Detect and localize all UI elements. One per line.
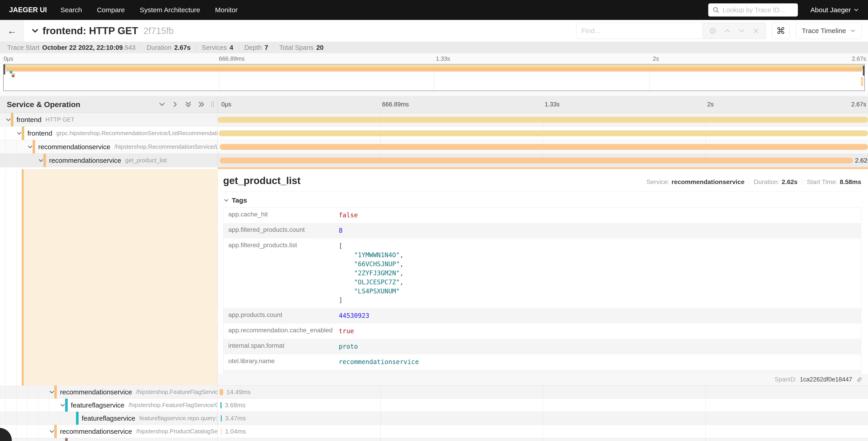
span-duration-bar[interactable] xyxy=(219,130,868,136)
expand-one-icon[interactable] xyxy=(172,101,179,108)
row-collapse-chevron[interactable] xyxy=(5,117,11,123)
expand-all-icon[interactable] xyxy=(198,101,205,108)
minimap-ticks: 0μs666.89ms1.33s2s2.67s xyxy=(0,53,868,64)
row-collapse-chevron[interactable] xyxy=(16,130,22,136)
minimap-canvas[interactable] xyxy=(3,64,865,91)
trace-view-select[interactable]: Trace Timeline xyxy=(796,23,862,39)
trace-id-lookup[interactable] xyxy=(708,3,798,17)
span-name-cell[interactable]: frontendHTTP GET xyxy=(0,113,218,126)
span-name-cell[interactable]: featureflagservice/hipstershop.FeatureFl… xyxy=(0,399,218,412)
indent-guide xyxy=(16,412,17,425)
deep-link-icon[interactable] xyxy=(855,376,862,383)
time-tick: 2s xyxy=(653,55,659,62)
span-duration-bar[interactable] xyxy=(220,157,853,164)
span-duration-bar[interactable] xyxy=(220,144,868,150)
row-collapse-chevron[interactable] xyxy=(60,402,66,408)
tags-section-header[interactable]: Tags xyxy=(223,197,861,204)
chevron-down-icon xyxy=(854,7,859,13)
indent-guide xyxy=(60,412,60,425)
find-clear-icon[interactable] xyxy=(752,27,760,34)
span-name-cell[interactable]: recommendationservice/hipstershop.Produc… xyxy=(0,425,218,438)
span-detail-meta: Service:recommendationserviceDuration:2.… xyxy=(647,178,861,186)
trace-collapse-chevron[interactable] xyxy=(31,27,39,35)
find-input[interactable] xyxy=(576,23,703,39)
tag-row-app.cache_hit: app.cache_hitfalse xyxy=(223,208,861,223)
span-duration-bar[interactable] xyxy=(221,428,222,435)
find-next-icon[interactable] xyxy=(738,27,746,35)
time-tick: 2s xyxy=(707,101,714,108)
trace-view-label: Trace Timeline xyxy=(802,27,846,35)
span-bar-cell[interactable]: 14.49ms xyxy=(218,385,868,399)
indent-guide xyxy=(16,140,17,153)
span-duration-bar[interactable] xyxy=(220,402,221,408)
row-collapse-chevron[interactable] xyxy=(27,144,33,150)
indent-guide xyxy=(16,154,17,167)
minimap-right-scrubber[interactable] xyxy=(863,66,864,76)
nav-item-search[interactable]: Search xyxy=(60,6,82,14)
service-color-bar xyxy=(65,438,68,441)
focus-target-icon[interactable] xyxy=(709,27,717,35)
span-row-bottom-4[interactable]: recommendationservice/hipstershop.Produc… xyxy=(0,425,868,438)
collapse-all-icon[interactable] xyxy=(185,101,192,108)
tag-value: true xyxy=(337,324,356,339)
span-name-cell[interactable]: featureflagservicefeatureflagservice.rep… xyxy=(0,412,218,425)
span-duration-label: 1.04ms xyxy=(225,428,246,435)
service-name: featureflagservice xyxy=(82,414,135,422)
row-collapse-chevron[interactable] xyxy=(38,157,44,164)
collapse-one-icon[interactable] xyxy=(158,101,166,108)
span-row-partial[interactable] xyxy=(0,438,868,441)
span-name-cell[interactable]: frontendgrpc.hipstershop.RecommendationS… xyxy=(0,126,218,140)
span-duration-bar[interactable] xyxy=(221,415,222,421)
app-brand[interactable]: JAEGER UI xyxy=(9,6,47,14)
column-resizer[interactable] xyxy=(211,101,214,107)
span-duration-bar[interactable] xyxy=(218,117,868,123)
trace-id-short: 2f715fb xyxy=(144,26,174,36)
find-prev-icon[interactable] xyxy=(723,27,731,35)
trace-id-lookup-input[interactable] xyxy=(723,6,794,14)
span-duration-bar[interactable] xyxy=(220,389,223,395)
tag-value: 8 xyxy=(337,223,345,238)
tag-key: otel.library.name xyxy=(223,354,337,370)
minimap-left-scrubber[interactable] xyxy=(4,64,5,75)
span-name-cell[interactable]: recommendationservice/hipstershop.Recomm… xyxy=(0,140,218,153)
span-bar-cell[interactable] xyxy=(218,113,868,126)
span-bar-cell[interactable] xyxy=(218,126,868,140)
operation-name: /hipstershop.RecommendationService/Lis… xyxy=(114,143,218,150)
nav-item-compare[interactable]: Compare xyxy=(97,6,125,14)
span-name-cell[interactable]: recommendationserviceget_product_list xyxy=(0,154,218,167)
chevron-down-icon xyxy=(223,198,229,203)
time-tick: 0μs xyxy=(221,101,231,108)
nav-item-system-architecture[interactable]: System Architecture xyxy=(140,6,200,14)
span-bar-cell[interactable]: 3.68ms xyxy=(218,399,868,412)
span-bar-cell[interactable]: 1.04ms xyxy=(218,425,868,438)
span-row-bottom-1[interactable]: recommendationservice/hipstershop.Featur… xyxy=(0,385,868,399)
span-name-cell[interactable]: recommendationservice/hipstershop.Featur… xyxy=(0,385,218,399)
minimap-span xyxy=(861,81,864,82)
back-button[interactable]: ← xyxy=(0,20,24,42)
tag-row-app.products.count: app.products.count44530923 xyxy=(223,308,861,324)
indent-guide xyxy=(5,154,6,167)
nav-item-monitor[interactable]: Monitor xyxy=(215,6,238,14)
span-row-top-2[interactable]: frontendgrpc.hipstershop.RecommendationS… xyxy=(0,126,868,140)
span-row-bottom-2[interactable]: featureflagservice/hipstershop.FeatureFl… xyxy=(0,399,868,412)
span-row-bottom-3[interactable]: featureflagservicefeatureflagservice.rep… xyxy=(0,412,868,425)
service-color-bar xyxy=(65,399,68,412)
row-collapse-chevron[interactable] xyxy=(49,389,55,395)
indent-guide xyxy=(5,126,6,140)
detail-row-accent xyxy=(218,167,868,169)
span-bar-cell[interactable]: 3.47ms xyxy=(218,412,868,425)
indent-guide xyxy=(16,425,17,438)
row-collapse-chevron[interactable] xyxy=(49,429,55,435)
span-row-top-1[interactable]: frontendHTTP GET xyxy=(0,113,868,126)
service-color-bar xyxy=(54,425,57,438)
span-row-top-3[interactable]: recommendationservice/hipstershop.Recomm… xyxy=(0,140,868,154)
tag-key: internal.span.format xyxy=(223,339,337,354)
span-row-top-4[interactable]: recommendationserviceget_product_list2.6… xyxy=(0,154,868,167)
span-bar-cell[interactable] xyxy=(218,140,868,153)
nav-menu: SearchCompareSystem ArchitectureMonitor xyxy=(60,6,238,14)
about-jaeger-menu[interactable]: About Jaeger xyxy=(810,6,859,14)
span-bar-cell[interactable]: 2.62s xyxy=(218,154,868,167)
keyboard-shortcuts-button[interactable]: ⌘ xyxy=(772,23,790,39)
indent-guide xyxy=(49,399,49,412)
span-rows-bottom: recommendationservice/hipstershop.Featur… xyxy=(0,385,868,441)
